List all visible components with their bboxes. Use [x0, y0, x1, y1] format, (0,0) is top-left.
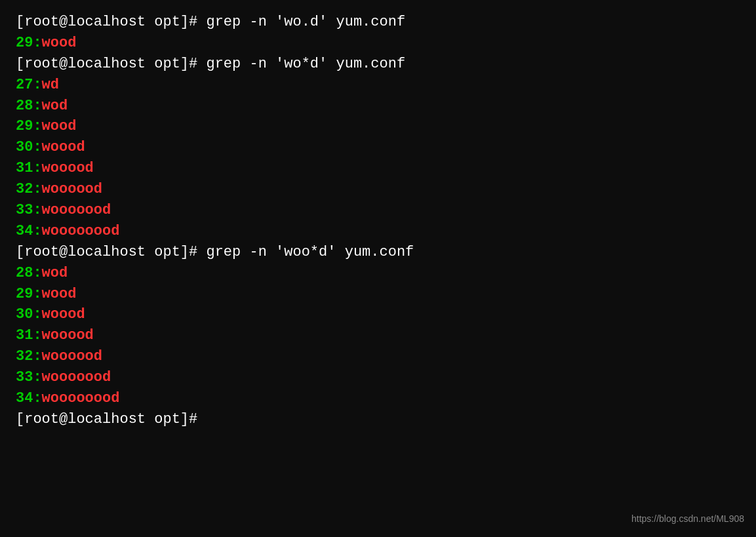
result-line-number: 32: [16, 346, 42, 367]
result-line-number: 34: [16, 388, 42, 409]
prompt-line: [root@localhost opt]# [16, 409, 197, 430]
result-line-number: 34: [16, 221, 42, 242]
prompt-line: [root@localhost opt]# grep -n 'wo.d' yum… [16, 12, 405, 33]
result-line-content: woooooood [42, 388, 120, 409]
terminal-line: [root@localhost opt]# [16, 409, 740, 430]
prompt-line: [root@localhost opt]# grep -n 'woo*d' yu… [16, 242, 414, 263]
terminal-line: [root@localhost opt]# grep -n 'wo*d' yum… [16, 54, 740, 75]
terminal-container: [root@localhost opt]# grep -n 'wo.d' yum… [16, 12, 740, 430]
result-line-number: 29: [16, 116, 42, 137]
result-line-number: 32: [16, 179, 42, 200]
result-line-number: 28: [16, 96, 42, 117]
result-line-content: wooooood [42, 367, 111, 388]
result-line-content: woooood [42, 346, 102, 367]
result-line-number: 33: [16, 200, 42, 221]
result-line-number: 31: [16, 325, 42, 346]
result-line-content: woooooood [42, 221, 120, 242]
terminal-line: 28:wod [16, 263, 740, 284]
result-line-content: wooood [42, 325, 94, 346]
terminal-line: 31:wooood [16, 325, 740, 346]
terminal-line: 33:wooooood [16, 200, 740, 221]
result-line-content: woood [42, 304, 85, 325]
result-line-content: wooooood [42, 200, 111, 221]
result-line-number: 27: [16, 75, 42, 96]
terminal-line: 27:wd [16, 75, 740, 96]
result-line-number: 31: [16, 158, 42, 179]
terminal-line: 30:woood [16, 137, 740, 158]
result-line-content: wood [42, 116, 77, 137]
terminal-line: 34:woooooood [16, 221, 740, 242]
result-line-number: 29: [16, 284, 42, 305]
result-line-number: 33: [16, 367, 42, 388]
result-line-number: 28: [16, 263, 42, 284]
terminal-line: 33:wooooood [16, 367, 740, 388]
terminal-line: 32:woooood [16, 346, 740, 367]
result-line-number: 29: [16, 33, 42, 54]
result-line-content: wood [42, 284, 77, 305]
terminal-line: 29:wood [16, 284, 740, 305]
terminal-line: [root@localhost opt]# grep -n 'woo*d' yu… [16, 242, 740, 263]
result-line-content: woood [42, 137, 85, 158]
terminal-line: 30:woood [16, 304, 740, 325]
terminal-line: 29:wood [16, 33, 740, 54]
result-line-content: wooood [42, 158, 94, 179]
terminal-line: [root@localhost opt]# grep -n 'wo.d' yum… [16, 12, 740, 33]
watermark: https://blog.csdn.net/ML908 [631, 512, 744, 525]
result-line-content: wod [42, 263, 68, 284]
prompt-line: [root@localhost opt]# grep -n 'wo*d' yum… [16, 54, 405, 75]
terminal-line: 34:woooooood [16, 388, 740, 409]
result-line-content: wd [42, 75, 59, 96]
result-line-content: wood [42, 33, 77, 54]
terminal-line: 29:wood [16, 116, 740, 137]
terminal-line: 32:woooood [16, 179, 740, 200]
result-line-content: wod [42, 96, 68, 117]
result-line-content: woooood [42, 179, 102, 200]
result-line-number: 30: [16, 304, 42, 325]
terminal-line: 28:wod [16, 96, 740, 117]
terminal-line: 31:wooood [16, 158, 740, 179]
result-line-number: 30: [16, 137, 42, 158]
